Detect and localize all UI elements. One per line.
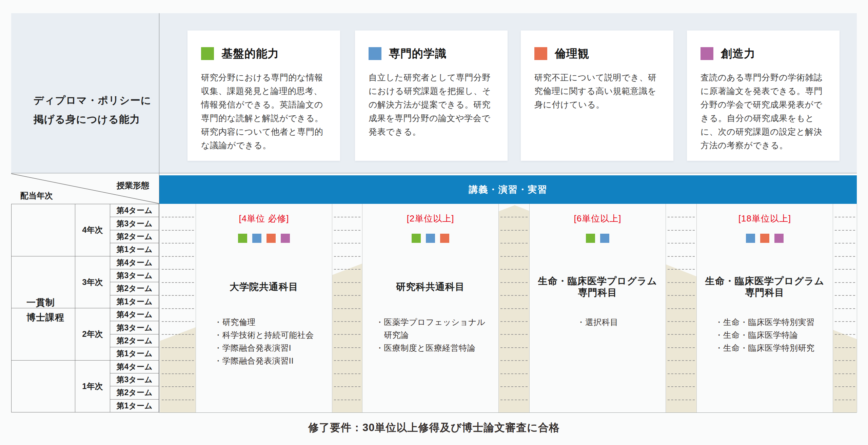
- green-swatch-icon: [238, 234, 247, 243]
- course-group-title-line: 専門科目: [578, 287, 617, 298]
- dashed-row-line: [835, 256, 855, 257]
- term-cell: 第4ターム: [110, 361, 159, 373]
- dashed-row-line: [500, 256, 528, 257]
- term-cell: 第3ターム: [110, 217, 159, 230]
- competency-card-header: 倫理観: [534, 47, 660, 60]
- dashed-row-line: [500, 386, 528, 387]
- dashed-row-line: [334, 373, 360, 374]
- purple-swatch-icon: [774, 234, 784, 243]
- dashed-row-line: [500, 321, 528, 322]
- competency-card-ethics: 倫理観 研究不正について説明でき、研究倫理に関する高い規範意識を身に付けている。: [521, 31, 673, 161]
- units-label: [18単位以上]: [696, 213, 833, 225]
- dashed-row-line: [668, 295, 695, 296]
- term-cells: 第4ターム 第3ターム 第2ターム 第1ターム: [110, 308, 159, 360]
- term-cell: 第1ターム: [110, 295, 159, 308]
- course-list: ・選択科目: [529, 316, 666, 329]
- course-item: ・生命・臨床医学特論: [715, 329, 815, 342]
- term-cell: 第4ターム: [110, 256, 159, 269]
- dashed-row-line: [668, 256, 695, 257]
- dashed-row-line: [668, 269, 695, 270]
- course-group-title-line: 生命・臨床医学プログラム: [538, 275, 657, 287]
- units-label: [4単位 必修]: [196, 213, 332, 225]
- dashed-row-line: [668, 282, 695, 283]
- dashed-row-line: [668, 373, 695, 374]
- dashed-row-line: [334, 321, 360, 322]
- competency-title: 専門的学識: [389, 46, 447, 61]
- term-cell: 第2ターム: [110, 386, 159, 399]
- course-group-title-line: 専門科目: [745, 287, 785, 298]
- course-group-title: 生命・臨床医学プログラム 専門科目: [529, 272, 666, 302]
- dashed-row-line: [162, 334, 194, 335]
- competency-card-header: 基盤的能力: [201, 47, 327, 60]
- dashed-row-line: [162, 308, 194, 309]
- course-list: ・生命・臨床医学特別実習 ・生命・臨床医学特論 ・生命・臨床医学特別研究: [696, 316, 833, 354]
- course-list: ・医薬学プロフェッショナル 研究論 ・医療制度と医療経営特論: [362, 316, 499, 354]
- term-cell: 第3ターム: [110, 373, 159, 386]
- course-group-title: 大学院共通科目: [196, 272, 332, 302]
- dashed-row-line: [162, 269, 194, 270]
- dashed-row-line: [835, 217, 855, 217]
- competency-title: 倫理観: [555, 46, 589, 61]
- dashed-row-line: [500, 230, 528, 231]
- competency-card-header: 創造力: [701, 47, 826, 60]
- dashed-row-line: [334, 256, 360, 257]
- main-vertical-divider: [159, 13, 159, 412]
- dashed-row-line: [500, 269, 528, 270]
- format-bar-label: 講義・演習・実習: [469, 183, 548, 196]
- course-item: ・医療制度と医療経営特論: [376, 342, 486, 354]
- blue-swatch-icon: [426, 234, 435, 243]
- course-group-title: 研究科共通科目: [362, 272, 499, 302]
- blue-swatch-icon: [252, 234, 261, 243]
- dashed-row-line: [500, 295, 528, 296]
- table-right-line: [857, 204, 857, 412]
- dashed-row-line: [162, 256, 194, 257]
- course-item: ・選択科目: [577, 316, 618, 329]
- dashed-row-line: [835, 400, 855, 400]
- dashed-row-line: [668, 347, 695, 348]
- diagonal-header-cell: 授業形態 配当年次: [11, 173, 159, 204]
- course-group-title-line: 生命・臨床医学プログラム: [705, 275, 824, 287]
- dashed-row-line: [835, 373, 855, 374]
- year-cell: 3年次: [75, 256, 110, 308]
- competency-description: 査読のある専門分野の学術雑誌に原著論文を発表できる。専門分野の学会で研究成果発表…: [701, 71, 826, 152]
- term-cells: 第4ターム 第3ターム 第2ターム 第1ターム: [110, 256, 159, 308]
- dashed-row-line: [835, 334, 855, 335]
- dashed-row-line: [334, 269, 360, 270]
- competency-title: 基盤的能力: [221, 46, 279, 61]
- dashed-row-line: [668, 334, 695, 335]
- dashed-row-line: [835, 230, 855, 231]
- dashed-row-line: [334, 295, 360, 296]
- course-list-items: ・生命・臨床医学特別実習 ・生命・臨床医学特論 ・生命・臨床医学特別研究: [715, 316, 815, 354]
- course-item: ・医薬学プロフェッショナル: [376, 316, 486, 329]
- course-item: ・学際融合発表演習II: [214, 354, 314, 367]
- course-item: ・科学技術と持続可能社会: [214, 329, 314, 342]
- dashed-row-line: [500, 217, 528, 217]
- competency-card-header: 専門的学識: [369, 47, 494, 60]
- course-list-items: ・選択科目: [577, 316, 618, 329]
- orange-swatch-icon: [440, 234, 449, 243]
- competency-swatch-row: [362, 234, 499, 243]
- course-item: ・学際融合発表演習I: [214, 342, 314, 354]
- dashed-row-line: [162, 360, 194, 361]
- dashed-row-line: [668, 386, 695, 387]
- course-column-2: [2単位以上] 研究科共通科目 ・医薬学プロフェッショナル 研究論 ・医療制度と…: [362, 204, 499, 412]
- dashed-row-line: [835, 269, 855, 270]
- dashed-row-line: [334, 334, 360, 335]
- course-item: ・生命・臨床医学特別実習: [715, 316, 815, 329]
- units-label: [6単位以上]: [529, 213, 666, 225]
- dashed-row-line: [668, 308, 695, 309]
- dashed-row-line: [162, 295, 194, 296]
- dashed-row-line: [668, 243, 695, 244]
- green-swatch-icon: [201, 47, 214, 60]
- term-grid-band: [499, 204, 529, 412]
- assigned-year-label: 配当年次: [20, 190, 53, 201]
- class-format-label: 授業形態: [117, 180, 149, 191]
- dashed-row-line: [500, 308, 528, 309]
- year-group-1: 1年次 第4ターム 第3ターム 第2ターム 第1ターム: [12, 360, 159, 412]
- orange-swatch-icon: [760, 234, 769, 243]
- term-cell: 第4ターム: [110, 204, 159, 217]
- term-grid-band: [666, 204, 696, 412]
- dashed-row-line: [334, 217, 360, 217]
- dashed-row-line: [334, 243, 360, 244]
- program-cell: [12, 204, 75, 256]
